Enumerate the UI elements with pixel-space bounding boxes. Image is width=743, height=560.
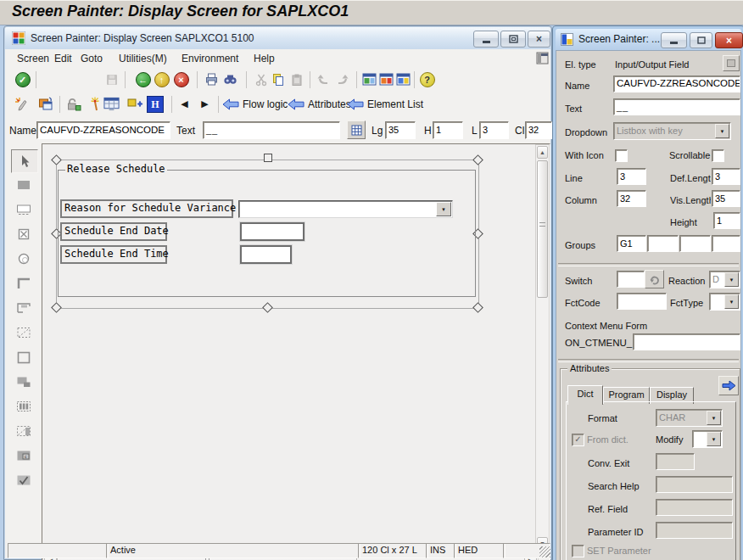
layout-editor-pencil-button[interactable] xyxy=(14,96,30,112)
palette-box-button[interactable] xyxy=(11,346,36,368)
scrollable-checkbox[interactable] xyxy=(712,149,724,162)
ctmenu-input[interactable] xyxy=(633,333,740,350)
paste-button[interactable] xyxy=(288,71,304,87)
conv-exit-input[interactable] xyxy=(656,453,695,470)
exit-button[interactable]: ↑ xyxy=(154,71,170,87)
def-length-input[interactable]: 3 xyxy=(712,168,740,185)
panel-name-input[interactable]: CAUFVD-ZZREASONCODE xyxy=(613,76,740,92)
cut-button[interactable] xyxy=(253,71,269,87)
next-attributes-button[interactable] xyxy=(718,376,739,395)
reason-variance-label[interactable]: Reason for Schedule Variance xyxy=(60,199,233,218)
menu-utilities[interactable]: Utilities(M) xyxy=(119,53,167,64)
canvas-vscrollbar[interactable]: ▲ ▼ xyxy=(535,144,550,552)
find-button[interactable] xyxy=(222,71,238,87)
menu-screen[interactable]: Screen xyxy=(17,53,49,64)
minimize-button[interactable] xyxy=(473,31,499,48)
palette-pointer-button[interactable] xyxy=(11,149,38,173)
name-field-input[interactable]: CAUFVD-ZZREASONCODE xyxy=(36,121,170,139)
layout-canvas[interactable]: Release Schedule Reason for Schedule Var… xyxy=(42,143,550,560)
palette-text-button[interactable] xyxy=(11,174,36,196)
el-type-button[interactable] xyxy=(723,55,740,71)
scroll-up-button[interactable]: ▲ xyxy=(537,146,548,159)
chevron-down-icon[interactable]: ▼ xyxy=(707,432,721,446)
panel-close-button[interactable]: × xyxy=(715,32,743,48)
palette-entry-field-button[interactable] xyxy=(11,199,36,221)
text-field-input[interactable]: __ xyxy=(203,121,340,139)
test-wand-button[interactable] xyxy=(87,96,103,112)
element-list-button[interactable]: Element List xyxy=(347,96,423,113)
menu-help[interactable]: Help xyxy=(254,53,275,64)
resize-grip[interactable] xyxy=(539,546,550,557)
dropdown-combo[interactable]: Listbox with key ▼ xyxy=(613,122,731,140)
copy-button[interactable] xyxy=(270,71,286,87)
schedule-end-date-input[interactable] xyxy=(240,222,304,241)
main-titlebar[interactable]: Screen Painter: Display Screen SAPLXCO1 … xyxy=(5,27,550,50)
child-window-icon[interactable] xyxy=(536,52,549,64)
switch-input[interactable] xyxy=(617,271,645,288)
chevron-down-icon[interactable]: ▼ xyxy=(715,124,729,138)
format-combo[interactable]: CHAR ▼ xyxy=(656,409,723,427)
new-session-icon-2[interactable] xyxy=(378,71,394,87)
next-button[interactable]: ▶ xyxy=(197,96,213,112)
back-button[interactable]: ← xyxy=(135,71,151,87)
groups-input-2[interactable] xyxy=(647,235,679,252)
set-parameter-checkbox[interactable] xyxy=(572,545,584,557)
save-button[interactable] xyxy=(103,71,120,87)
groups-input-3[interactable] xyxy=(679,235,711,252)
fcttype-combo[interactable]: ▼ xyxy=(709,293,740,311)
palette-status-icon-button[interactable] xyxy=(11,469,36,491)
palette-table-control-button[interactable] xyxy=(11,395,36,417)
dropdown-arrow-button[interactable]: ▼ xyxy=(436,202,451,216)
flow-logic-button[interactable]: Flow logic xyxy=(222,96,288,113)
panel-text-input[interactable]: __ xyxy=(613,98,740,115)
schedule-end-date-label[interactable]: Schedule End Date xyxy=(60,222,167,241)
ref-field-input[interactable] xyxy=(656,499,733,516)
vscroll-thumb[interactable] xyxy=(537,160,548,298)
search-help-input[interactable] xyxy=(656,476,733,493)
switch-button[interactable] xyxy=(645,270,664,288)
reason-variance-dropdown[interactable]: ▼ xyxy=(238,200,453,218)
previous-button[interactable]: ◀ xyxy=(176,96,193,112)
selection-handle-top[interactable] xyxy=(264,154,272,162)
restore-button[interactable] xyxy=(500,31,526,48)
h-input[interactable]: 1 xyxy=(433,121,463,139)
palette-checkbox-button[interactable] xyxy=(11,223,36,245)
panel-minimize-button[interactable] xyxy=(661,32,687,48)
palette-radio-button[interactable] xyxy=(11,248,36,270)
modify-combo[interactable]: ▼ xyxy=(692,430,723,448)
grid-settings-button[interactable] xyxy=(347,120,366,139)
reaction-combo[interactable]: D ▼ xyxy=(709,271,740,288)
new-session-icon-1[interactable] xyxy=(361,71,377,87)
chevron-down-icon[interactable]: ▼ xyxy=(707,411,721,425)
close-button[interactable]: × xyxy=(528,31,550,48)
palette-pushbutton-button[interactable] xyxy=(11,371,36,393)
menu-edit[interactable]: Edit xyxy=(54,53,72,64)
palette-tabstrip-button[interactable] xyxy=(11,420,36,442)
panel-titlebar[interactable]: Screen Painter: ... × xyxy=(556,29,741,50)
tab-dict[interactable]: Dict xyxy=(567,385,603,405)
line-input[interactable]: 3 xyxy=(617,168,646,185)
fctcode-input[interactable] xyxy=(617,293,667,310)
height-input[interactable]: 1 xyxy=(713,212,740,229)
attributes-button[interactable]: Attributes xyxy=(288,96,351,113)
lg-input[interactable]: 35 xyxy=(385,121,416,139)
groups-input-1[interactable]: G1 xyxy=(617,235,646,252)
palette-custom-control-button[interactable]: c xyxy=(11,445,36,467)
window-navigate-button[interactable] xyxy=(127,96,143,112)
schedule-end-time-input[interactable] xyxy=(240,245,292,264)
cl-input[interactable]: 32 xyxy=(525,121,552,139)
schedule-end-time-label[interactable]: Schedule End Time xyxy=(60,245,167,264)
palette-frame-button[interactable] xyxy=(11,272,36,294)
enter-button[interactable]: ✓ xyxy=(14,71,31,87)
palette-box-title-button[interactable] xyxy=(11,297,36,319)
cancel-button[interactable]: × xyxy=(173,71,189,87)
chevron-down-icon[interactable]: ▼ xyxy=(724,272,739,287)
window-grid-button[interactable] xyxy=(103,96,120,112)
l-input[interactable]: 3 xyxy=(479,121,509,139)
panel-maximize-button[interactable] xyxy=(690,32,712,48)
column-input[interactable]: 32 xyxy=(617,190,646,207)
with-icon-checkbox[interactable] xyxy=(615,149,628,162)
redo-button[interactable] xyxy=(334,71,350,87)
vis-length-input[interactable]: 35 xyxy=(712,190,740,207)
from-dict-checkbox[interactable]: ✓ xyxy=(572,434,584,446)
